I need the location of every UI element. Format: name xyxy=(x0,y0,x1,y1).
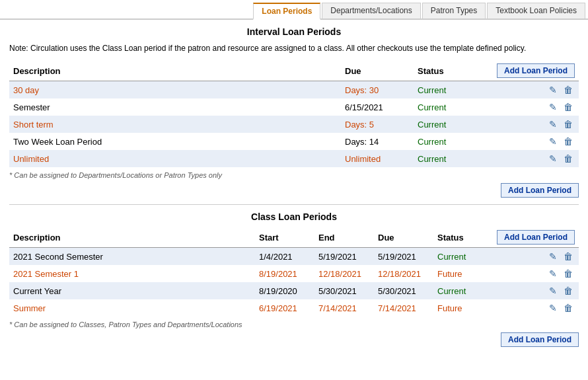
interval-delete-btn[interactable]: 🗑 xyxy=(562,85,575,95)
class-bottom-row: Add Loan Period xyxy=(9,332,579,347)
class-row-due: 5/19/2021 xyxy=(374,248,433,266)
class-table: Description Start End Due Status Add Loa… xyxy=(9,227,579,317)
class-row-status: Future xyxy=(433,299,493,317)
interval-col-actions: Add Loan Period xyxy=(493,61,579,81)
interval-col-description: Description xyxy=(9,61,341,81)
class-row-start: 1/4/2021 xyxy=(255,248,314,266)
interval-col-due: Due xyxy=(341,61,414,81)
class-row-actions: ✎ 🗑 xyxy=(493,282,579,299)
class-edit-btn[interactable]: ✎ xyxy=(547,303,559,313)
class-edit-btn[interactable]: ✎ xyxy=(547,268,559,279)
interval-delete-btn[interactable]: 🗑 xyxy=(562,153,575,164)
interval-section-title: Interval Loan Periods xyxy=(9,26,579,37)
class-row-desc: 2021 Second Semester xyxy=(9,248,255,266)
interval-edit-btn[interactable]: ✎ xyxy=(547,119,559,130)
class-row-start: 6/19/2021 xyxy=(255,299,314,317)
interval-col-status: Status xyxy=(414,61,493,81)
interval-row-due: Days: 14 xyxy=(341,133,414,150)
interval-row-due: Days: 30 xyxy=(341,81,414,99)
interval-add-btn-bottom[interactable]: Add Loan Period xyxy=(501,183,579,198)
main-content: Interval Loan Periods Note: Circulation … xyxy=(0,20,588,360)
interval-row-actions: ✎ 🗑 xyxy=(493,81,579,99)
interval-row-status: Current xyxy=(414,150,493,167)
class-delete-btn[interactable]: 🗑 xyxy=(562,251,575,262)
class-row-desc: Current Year xyxy=(9,282,255,299)
class-col-status: Status xyxy=(433,227,493,248)
class-row-desc: 2021 Semester 1 xyxy=(9,265,255,282)
class-row-status: Future xyxy=(433,265,493,282)
interval-edit-btn[interactable]: ✎ xyxy=(547,136,559,147)
class-edit-btn[interactable]: ✎ xyxy=(547,285,559,296)
interval-row-due: Unlimited xyxy=(341,150,414,167)
interval-note: Note: Circulation uses the Class Loan pe… xyxy=(9,42,579,54)
interval-row-actions: ✎ 🗑 xyxy=(493,98,579,116)
interval-row-desc: Two Week Loan Period xyxy=(9,133,341,150)
class-row-end: 12/18/2021 xyxy=(314,265,374,282)
interval-row-desc: 30 day xyxy=(9,81,341,99)
class-row-due: 12/18/2021 xyxy=(374,265,433,282)
class-delete-btn[interactable]: 🗑 xyxy=(562,285,575,296)
class-row-due: 5/30/2021 xyxy=(374,282,433,299)
interval-section: Interval Loan Periods Note: Circulation … xyxy=(9,26,579,198)
class-add-btn-top[interactable]: Add Loan Period xyxy=(497,230,575,245)
class-row-due: 7/14/2021 xyxy=(374,299,433,317)
interval-add-btn-top[interactable]: Add Loan Period xyxy=(497,63,575,78)
interval-edit-btn[interactable]: ✎ xyxy=(547,102,559,112)
interval-row-actions: ✎ 🗑 xyxy=(493,116,579,133)
class-add-btn-bottom[interactable]: Add Loan Period xyxy=(501,332,579,347)
class-col-actions: Add Loan Period xyxy=(493,227,579,248)
tabs-bar: Loan PeriodsDepartments/LocationsPatron … xyxy=(0,0,588,20)
interval-row-status: Current xyxy=(414,81,493,99)
interval-row-desc: Unlimited xyxy=(9,150,341,167)
interval-delete-btn[interactable]: 🗑 xyxy=(562,119,575,130)
class-row-start: 8/19/2020 xyxy=(255,282,314,299)
class-col-start: Start xyxy=(255,227,314,248)
interval-row-due: Days: 5 xyxy=(341,116,414,133)
interval-row-status: Current xyxy=(414,116,493,133)
interval-edit-btn[interactable]: ✎ xyxy=(547,153,559,164)
interval-row-due: 6/15/2021 xyxy=(341,98,414,116)
class-footer-note: * Can be assigned to Classes, Patron Typ… xyxy=(9,321,579,328)
class-section-title: Class Loan Periods xyxy=(9,211,579,222)
class-col-end: End xyxy=(314,227,374,248)
class-delete-btn[interactable]: 🗑 xyxy=(562,268,575,279)
class-row-desc: Summer xyxy=(9,299,255,317)
class-row-actions: ✎ 🗑 xyxy=(493,265,579,282)
class-row-end: 5/19/2021 xyxy=(314,248,374,266)
class-row-actions: ✎ 🗑 xyxy=(493,299,579,317)
interval-row-desc: Short term xyxy=(9,116,341,133)
interval-footer-note: * Can be assigned to Departments/Locatio… xyxy=(9,171,579,179)
class-col-due: Due xyxy=(374,227,433,248)
interval-bottom-row: Add Loan Period xyxy=(9,183,579,198)
interval-delete-btn[interactable]: 🗑 xyxy=(562,102,575,112)
interval-delete-btn[interactable]: 🗑 xyxy=(562,136,575,147)
interval-row-desc: Semester xyxy=(9,98,341,116)
section-divider xyxy=(9,204,579,205)
interval-edit-btn[interactable]: ✎ xyxy=(547,85,559,95)
interval-row-status: Current xyxy=(414,133,493,150)
class-delete-btn[interactable]: 🗑 xyxy=(562,303,575,313)
class-row-end: 5/30/2021 xyxy=(314,282,374,299)
tab-patron-types[interactable]: Patron Types xyxy=(422,3,486,19)
class-col-description: Description xyxy=(9,227,255,248)
class-edit-btn[interactable]: ✎ xyxy=(547,251,559,262)
tab-textbook-loan-policies[interactable]: Textbook Loan Policies xyxy=(487,3,585,19)
tab-loan-periods[interactable]: Loan Periods xyxy=(253,3,320,20)
class-row-actions: ✎ 🗑 xyxy=(493,248,579,266)
interval-row-status: Current xyxy=(414,98,493,116)
class-row-status: Current xyxy=(433,248,493,266)
interval-row-actions: ✎ 🗑 xyxy=(493,133,579,150)
class-section: Class Loan Periods Description Start End… xyxy=(9,211,579,347)
interval-table: Description Due Status Add Loan Period 3… xyxy=(9,61,579,167)
class-row-end: 7/14/2021 xyxy=(314,299,374,317)
tab-departments-locations[interactable]: Departments/Locations xyxy=(322,3,420,19)
class-row-start: 8/19/2021 xyxy=(255,265,314,282)
interval-row-actions: ✎ 🗑 xyxy=(493,150,579,167)
class-row-status: Current xyxy=(433,282,493,299)
